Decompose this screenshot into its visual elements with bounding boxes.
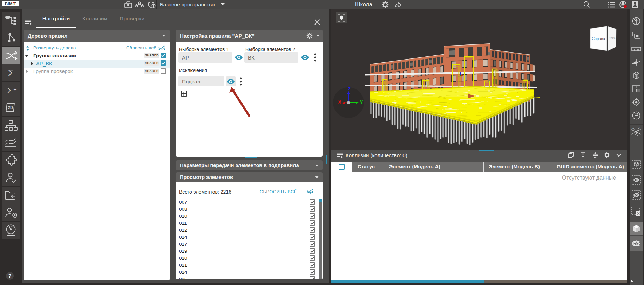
svg-text:2: 2 [639, 126, 641, 128]
svg-text:Σ: Σ [7, 86, 13, 95]
svg-text:+: + [13, 86, 16, 92]
svg-text:1: 1 [632, 127, 633, 130]
svg-text:Справа: Справа [592, 36, 605, 41]
svg-text:Z: Z [348, 86, 351, 91]
svg-text:Σ: Σ [8, 68, 14, 78]
svg-text:X: X [338, 99, 341, 105]
svg-text:Y: Y [360, 99, 363, 105]
svg-text:2D: 2D [8, 105, 13, 110]
